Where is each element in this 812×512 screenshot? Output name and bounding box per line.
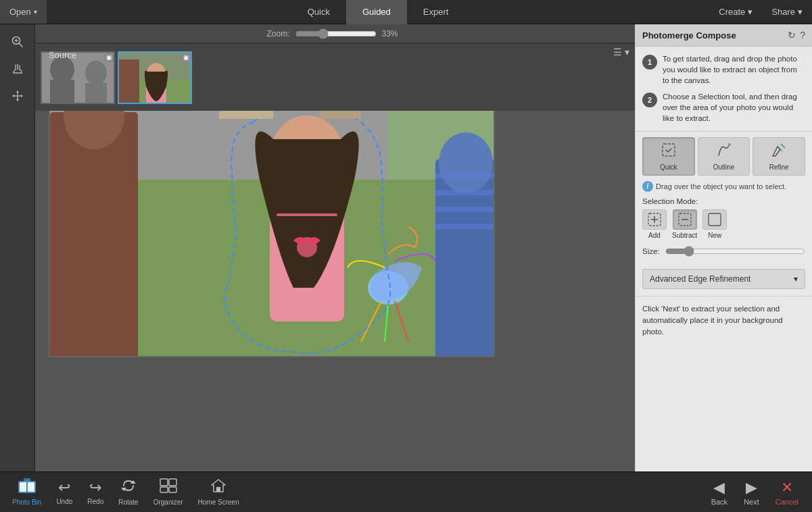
hand-tool-button[interactable] — [5, 57, 30, 81]
svg-rect-15 — [435, 190, 495, 195]
filmstrip-expand-button[interactable]: ▾ — [625, 47, 629, 57]
bottom-right-buttons: ◀ Back ▶ Next ✕ Cancel — [704, 476, 805, 509]
svg-rect-36 — [85, 83, 107, 104]
photo-bin-label: Photo Bin — [12, 498, 41, 506]
svg-rect-42 — [663, 144, 675, 156]
svg-rect-21 — [277, 213, 337, 216]
svg-rect-58 — [169, 479, 176, 486]
svg-rect-52 — [20, 482, 26, 492]
svg-line-1 — [19, 44, 22, 47]
rotate-label: Rotate — [118, 498, 138, 506]
drag-hint-text: Drag over the object you want to select. — [656, 182, 786, 190]
main-area: Zoom: 33% Source — [0, 24, 812, 471]
thumbnail-2-wrapper: ▣ — [118, 51, 192, 104]
svg-rect-57 — [160, 479, 168, 486]
undo-button[interactable]: ↩ Undo — [51, 476, 78, 508]
advanced-edge-refinement-button[interactable]: Advanced Edge Refinement ▾ — [642, 269, 805, 289]
open-button[interactable]: Open ▾ — [0, 0, 47, 24]
refine-icon — [771, 142, 787, 161]
organizer-button[interactable]: Organizer — [148, 476, 189, 509]
move-tool-button[interactable] — [5, 84, 30, 108]
panel-help-button[interactable]: ? — [800, 30, 805, 41]
new-icon — [702, 209, 727, 230]
home-screen-button[interactable]: Home Screen — [193, 476, 245, 509]
size-slider[interactable] — [665, 246, 805, 257]
svg-rect-16 — [435, 207, 495, 212]
step-1-row: 1 To get started, drag and drop the phot… — [642, 53, 805, 86]
step-2-circle: 2 — [642, 93, 657, 107]
zoom-slider[interactable] — [295, 28, 377, 39]
advanced-label: Advanced Edge Refinement — [650, 274, 750, 284]
new-mode-button[interactable]: New — [702, 209, 727, 239]
mode-buttons: Add Subtract — [642, 209, 805, 239]
drag-hint: i Drag over the object you want to selec… — [642, 181, 805, 192]
canvas-container[interactable]: Source — [35, 43, 635, 471]
redo-icon: ↪ — [89, 479, 101, 496]
subtract-mode-button[interactable]: Subtract — [672, 209, 697, 239]
refine-tool-button[interactable]: Refine — [753, 137, 805, 176]
svg-rect-62 — [216, 487, 220, 492]
undo-label: Undo — [56, 498, 72, 505]
chevron-down-icon: ▾ — [748, 7, 753, 17]
zoom-bar: Zoom: 33% — [35, 24, 635, 43]
quick-tool-button[interactable]: Quick — [642, 137, 695, 176]
step-1-circle: 1 — [642, 55, 657, 70]
click-next-text: Click 'Next' to extract your selection a… — [636, 296, 812, 345]
bottom-bar: Photo Bin ↩ Undo ↪ Redo Rotate — [0, 471, 812, 512]
source-label: Source — [49, 50, 76, 60]
step-1-text: To get started, drag and drop the photo … — [663, 53, 805, 86]
svg-rect-34 — [50, 80, 74, 104]
panel-refresh-button[interactable]: ↻ — [788, 30, 796, 41]
step-2-row: 2 Choose a Selection tool, and then drag… — [642, 91, 805, 124]
filmstrip-bar: ☰ ▾ ▣ — [35, 43, 635, 111]
tab-quick[interactable]: Quick — [291, 0, 346, 24]
svg-rect-17 — [435, 224, 495, 229]
outline-tool-button[interactable]: Outline — [698, 137, 750, 176]
next-button[interactable]: ▶ Next — [737, 476, 766, 509]
canvas-area: Zoom: 33% Source — [35, 24, 635, 471]
tab-guided[interactable]: Guided — [346, 0, 407, 24]
zoom-tool-button[interactable] — [5, 30, 30, 54]
svg-point-43 — [728, 143, 731, 146]
rotate-icon — [120, 478, 137, 497]
redo-button[interactable]: ↪ Redo — [82, 476, 109, 508]
back-label: Back — [711, 498, 727, 506]
selection-tools-area: Quick Outline — [636, 131, 812, 269]
thumbnail-2-badge: ▣ — [181, 53, 191, 62]
cancel-button[interactable]: ✕ Cancel — [769, 476, 805, 509]
panel-header: Photomerge Compose ↻ ? — [636, 24, 812, 47]
home-icon — [211, 478, 226, 497]
thumbnail-badge: ▣ — [104, 53, 114, 62]
add-mode-button[interactable]: Add — [642, 209, 667, 239]
back-button[interactable]: ◀ Back — [704, 476, 734, 509]
svg-rect-59 — [160, 487, 168, 492]
outline-label: Outline — [713, 163, 735, 171]
filmstrip-menu-button[interactable]: ☰ — [613, 47, 622, 57]
rotate-button[interactable]: Rotate — [113, 476, 143, 509]
svg-rect-50 — [709, 213, 721, 226]
quick-icon — [661, 142, 677, 161]
svg-point-13 — [439, 132, 493, 193]
cancel-icon: ✕ — [781, 479, 793, 496]
svg-rect-14 — [435, 173, 495, 178]
zoom-percent: 33% — [382, 29, 404, 39]
right-panel: Photomerge Compose ↻ ? 1 To get started,… — [635, 24, 812, 471]
zoom-label: Zoom: — [266, 29, 289, 39]
organizer-icon — [160, 478, 177, 497]
subtract-icon — [673, 209, 697, 230]
svg-line-44 — [781, 144, 785, 148]
svg-rect-54 — [24, 478, 30, 482]
panel-title: Photomerge Compose — [642, 30, 736, 41]
quick-label: Quick — [660, 163, 677, 171]
subtract-label: Subtract — [672, 232, 697, 239]
tab-expert[interactable]: Expert — [407, 0, 465, 24]
advanced-dropdown: Advanced Edge Refinement ▾ — [642, 269, 805, 289]
redo-label: Redo — [87, 498, 103, 505]
left-toolbar — [0, 24, 35, 471]
photo-bin-button[interactable]: Photo Bin — [7, 476, 47, 509]
steps-area: 1 To get started, drag and drop the phot… — [636, 47, 812, 131]
add-icon — [642, 209, 667, 230]
create-button[interactable]: Create ▾ — [709, 0, 762, 24]
share-button[interactable]: Share ▾ — [762, 0, 812, 24]
add-label: Add — [648, 232, 661, 239]
